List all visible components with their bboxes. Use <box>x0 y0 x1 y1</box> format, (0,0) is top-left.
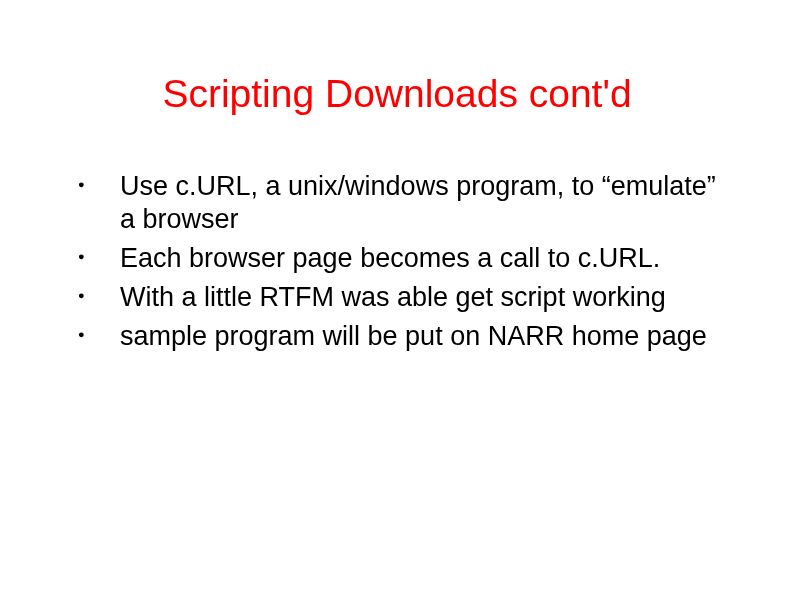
bullet-text: Use c.URL, a unix/windows program, to “e… <box>120 171 716 234</box>
list-item: With a little RTFM was able get script w… <box>70 281 734 314</box>
slide-title: Scripting Downloads cont'd <box>0 72 794 116</box>
list-item: Each browser page becomes a call to c.UR… <box>70 242 734 275</box>
bullet-list: Use c.URL, a unix/windows program, to “e… <box>70 170 734 353</box>
bullet-text: Each browser page becomes a call to c.UR… <box>120 243 660 273</box>
slide-body: Use c.URL, a unix/windows program, to “e… <box>70 170 734 359</box>
bullet-text: sample program will be put on NARR home … <box>120 321 707 351</box>
bullet-text: With a little RTFM was able get script w… <box>120 282 666 312</box>
list-item: Use c.URL, a unix/windows program, to “e… <box>70 170 734 236</box>
slide: Scripting Downloads cont'd Use c.URL, a … <box>0 0 794 595</box>
list-item: sample program will be put on NARR home … <box>70 320 734 353</box>
